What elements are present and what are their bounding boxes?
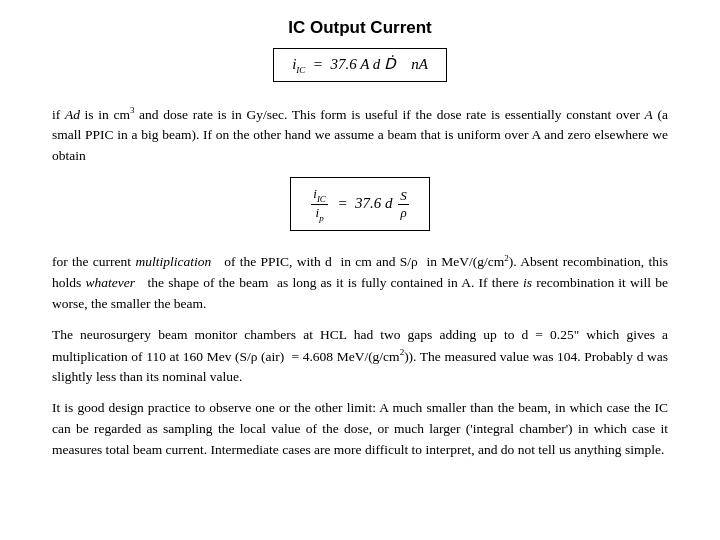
paragraph3: The neurosurgery beam monitor chambers a…: [52, 325, 668, 388]
formula2-container: iIC ip = 37.6 d S ρ: [52, 177, 668, 241]
formula2-text: iIC ip = 37.6 d S ρ: [309, 195, 411, 211]
paragraph4: It is good design practice to observe on…: [52, 398, 668, 461]
para2-part1: for the current: [52, 254, 135, 269]
formula1-box: iIC = 37.6 A d Ḋ nA: [273, 48, 447, 82]
para2-part3: the shape of the beam as long as it is f…: [135, 275, 523, 290]
paragraph1: if Ad is in cm3 and dose rate is in Gy/s…: [52, 104, 668, 167]
formula1-container: iIC = 37.6 A d Ḋ nA: [52, 48, 668, 92]
para2-italic1: multiplication: [135, 254, 211, 269]
para2-italic2: whatever: [85, 275, 135, 290]
para2-italic3: is: [523, 275, 532, 290]
page-title: IC Output Current: [52, 18, 668, 38]
paragraph2: for the current multiplication of the PP…: [52, 251, 668, 314]
formula1-text: iIC = 37.6 A d Ḋ nA: [292, 56, 428, 72]
formula2-box: iIC ip = 37.6 d S ρ: [290, 177, 430, 231]
